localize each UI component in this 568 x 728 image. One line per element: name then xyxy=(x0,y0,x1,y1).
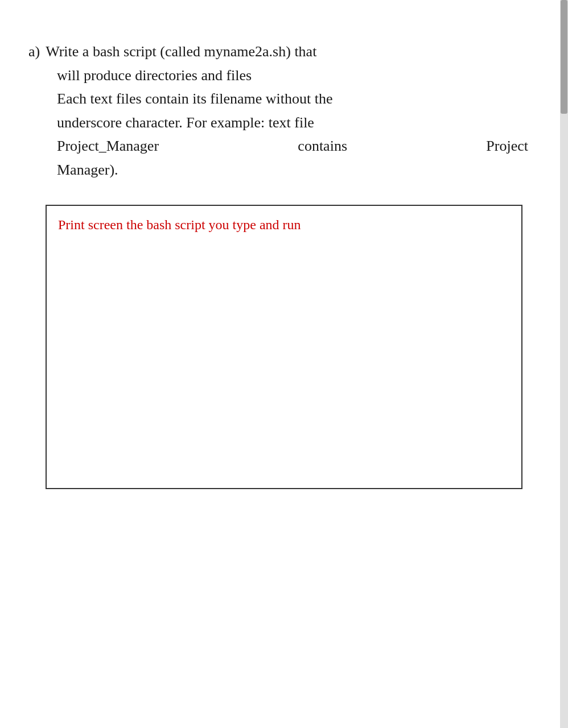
question-block: a) Write a bash script (called myname2a.… xyxy=(28,40,528,489)
answer-box-prompt: Print screen the bash script you type an… xyxy=(58,217,510,233)
question-line-4: underscore character. For example: text … xyxy=(57,111,528,135)
question-text-line1: Write a bash script (called myname2a.sh)… xyxy=(46,40,316,64)
question-text-line4: underscore character. For example: text … xyxy=(57,111,528,135)
project-word: Project xyxy=(486,134,528,158)
question-text-line3: Each text files contain its filename wit… xyxy=(57,87,528,111)
answer-box: Print screen the bash script you type an… xyxy=(46,205,522,489)
page-container: a) Write a bash script (called myname2a.… xyxy=(0,0,568,512)
question-line-5: Project_Manager contains Project xyxy=(57,134,528,158)
question-line-3: Each text files contain its filename wit… xyxy=(57,87,528,111)
manager-close: Manager). xyxy=(57,162,118,178)
question-text-line5: Project_Manager contains Project xyxy=(57,134,528,158)
question-line-1: a) Write a bash script (called myname2a.… xyxy=(28,40,528,64)
contains-word: contains xyxy=(298,134,347,158)
script-name-inline: myname2a.sh xyxy=(204,43,286,60)
question-text-line6: Manager). xyxy=(57,158,528,182)
question-text-line2: will produce directories and files xyxy=(57,64,528,88)
project-manager-mono: Project_Manager xyxy=(57,134,159,158)
question-line-2: will produce directories and files xyxy=(57,64,528,88)
question-prefix: a) xyxy=(28,43,40,60)
question-line-6: Manager). xyxy=(57,158,528,182)
